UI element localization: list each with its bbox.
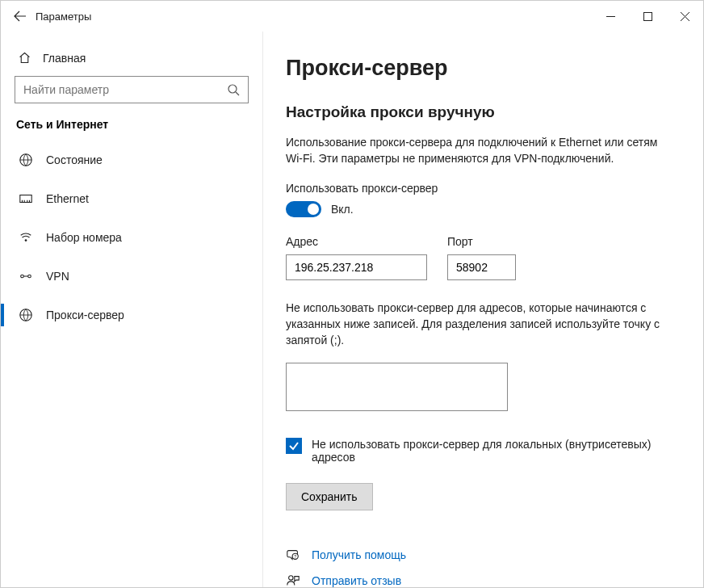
minimize-icon xyxy=(606,12,615,21)
sidebar-item-vpn[interactable]: VPN xyxy=(15,258,249,294)
section-heading: Настройка прокси вручную xyxy=(286,103,681,121)
titlebar: Параметры xyxy=(1,1,703,32)
svg-point-5 xyxy=(21,275,24,278)
use-proxy-label: Использовать прокси-сервер xyxy=(286,182,681,195)
section-description: Использование прокси-сервера для подключ… xyxy=(286,134,665,167)
window-title: Параметры xyxy=(36,10,91,23)
sidebar-item-label: VPN xyxy=(46,270,69,283)
feedback-icon xyxy=(286,573,300,587)
svg-rect-0 xyxy=(643,12,652,20)
feedback-link-label: Отправить отзыв xyxy=(312,574,401,587)
close-icon xyxy=(681,12,689,21)
help-icon: ? xyxy=(286,548,300,562)
globe-icon xyxy=(19,153,33,167)
sidebar-item-dialup[interactable]: Набор номера xyxy=(15,220,249,255)
close-button[interactable] xyxy=(666,1,703,32)
sidebar-item-label: Состояние xyxy=(46,153,103,166)
svg-point-4 xyxy=(25,239,27,242)
section-label: Сеть и Интернет xyxy=(16,118,249,131)
vpn-icon xyxy=(19,269,33,284)
dialup-icon xyxy=(19,230,33,245)
search-icon xyxy=(227,83,240,96)
help-link-label: Получить помощь xyxy=(312,548,406,561)
arrow-left-icon xyxy=(14,10,27,23)
ethernet-icon xyxy=(19,191,33,206)
sidebar: Главная Сеть и Интернет Состояние Ethern… xyxy=(1,32,263,587)
sidebar-item-proxy[interactable]: Прокси-сервер xyxy=(15,297,249,333)
svg-text:?: ? xyxy=(294,555,296,560)
checkmark-icon xyxy=(288,440,300,452)
svg-rect-3 xyxy=(20,195,31,203)
help-link[interactable]: ? Получить помощь xyxy=(286,548,681,562)
toggle-state-label: Вкл. xyxy=(331,203,354,216)
sidebar-item-label: Ethernet xyxy=(46,192,89,205)
search-input[interactable] xyxy=(23,83,227,96)
sidebar-item-ethernet[interactable]: Ethernet xyxy=(15,181,249,216)
window-controls xyxy=(592,1,703,32)
main-panel: Прокси-сервер Настройка прокси вручную И… xyxy=(263,32,703,587)
feedback-link[interactable]: Отправить отзыв xyxy=(286,573,681,587)
svg-point-1 xyxy=(228,85,237,93)
use-proxy-toggle[interactable] xyxy=(286,201,321,217)
proxy-icon xyxy=(19,308,33,322)
port-input[interactable] xyxy=(447,254,516,280)
back-button[interactable] xyxy=(9,1,31,32)
home-label: Главная xyxy=(43,52,86,65)
page-title: Прокси-сервер xyxy=(286,56,681,81)
sidebar-item-status[interactable]: Состояние xyxy=(15,142,249,178)
maximize-button[interactable] xyxy=(629,1,666,32)
bypass-description: Не использовать прокси-сервер для адресо… xyxy=(286,300,665,349)
sidebar-item-label: Прокси-сервер xyxy=(46,309,124,321)
local-bypass-checkbox[interactable] xyxy=(286,438,302,454)
address-label: Адрес xyxy=(286,235,427,248)
search-box[interactable] xyxy=(15,76,249,103)
sidebar-item-label: Набор номера xyxy=(46,231,122,244)
minimize-button[interactable] xyxy=(592,1,629,32)
maximize-icon xyxy=(643,12,652,21)
home-nav[interactable]: Главная xyxy=(15,46,249,76)
local-bypass-label: Не использовать прокси-сервер для локаль… xyxy=(312,438,665,464)
bypass-textarea[interactable] xyxy=(286,363,508,411)
address-input[interactable] xyxy=(286,254,427,280)
save-button[interactable]: Сохранить xyxy=(286,483,373,510)
port-label: Порт xyxy=(447,235,516,248)
svg-point-10 xyxy=(289,576,293,580)
svg-point-6 xyxy=(28,275,31,278)
home-icon xyxy=(18,51,31,65)
